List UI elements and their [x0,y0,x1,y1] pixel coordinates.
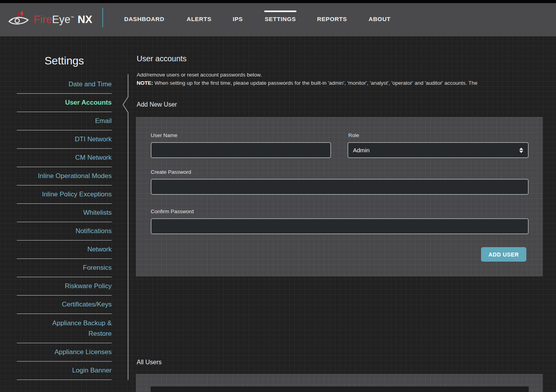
select-updown-icon [519,148,523,153]
sidebar-item-login-banner[interactable]: Login Banner [17,362,112,380]
sidebar-item-appliance-licenses[interactable]: Appliance Licenses [17,343,112,362]
sidebar-item-cm-network[interactable]: CM Network [17,149,112,167]
confirm-password-input[interactable] [151,218,529,234]
brand-logo[interactable]: FireEye™NX [8,9,93,30]
add-new-user-heading: Add New User [137,101,177,108]
top-navbar: FireEye™NX DASHBOARD ALERTS IPS SETTINGS… [0,3,556,36]
username-label: User Name [151,132,177,138]
sidebar-item-dti-network[interactable]: DTI Network [17,130,112,149]
window-top-edge [0,0,556,3]
nav-tab-ips[interactable]: IPS [233,16,243,22]
brand-eye: Eye [52,14,70,25]
note-text: When setting up for the first time, plea… [153,80,478,86]
sidebar-active-pointer [122,74,130,380]
nav-tab-alerts[interactable]: ALERTS [187,16,212,22]
brand-trademark: ™ [70,16,74,20]
sidebar-item-appliance-backup-restore[interactable]: Appliance Backup & Restore [17,314,112,343]
add-user-button[interactable]: ADD USER [481,247,526,262]
all-users-panel [136,374,543,392]
sidebar-item-inline-policy-exceptions[interactable]: Inline Policy Exceptions [17,185,112,204]
sidebar-item-user-accounts[interactable]: User Accounts [17,94,112,112]
nav-tab-dashboard[interactable]: DASHBOARD [124,16,164,22]
create-password-input[interactable] [151,179,529,195]
sidebar-item-date-and-time[interactable]: Date and Time [17,75,112,94]
all-users-heading: All Users [137,359,162,366]
nav-tab-reports[interactable]: REPORTS [317,16,347,22]
username-input[interactable] [151,142,331,158]
page-title: User accounts [137,54,187,63]
sidebar-item-forensics[interactable]: Forensics [17,259,112,277]
nav-tab-settings[interactable]: SETTINGS [265,16,296,22]
role-label: Role [348,132,359,138]
role-select[interactable]: Admin [348,142,529,158]
sidebar-title: Settings [17,55,112,67]
sidebar-item-whitelists[interactable]: Whitelists [17,204,112,222]
sidebar-item-label: Appliance Backup & Restore [34,318,112,339]
page-description: Add/remove users or reset account passwo… [137,71,478,87]
nav-tab-about[interactable]: ABOUT [369,16,390,22]
settings-menu: Date and Time User Accounts Email DTI Ne… [17,75,112,380]
sidebar-item-certificates-keys[interactable]: Certificates/Keys [17,296,112,314]
create-password-label: Create Password [151,169,191,175]
description-line: Add/remove users or reset account passwo… [137,71,478,79]
sidebar-item-email[interactable]: Email [17,112,112,130]
brand-wordmark: FireEye™NX [34,14,93,26]
note-line: NOTE: When setting up for the first time… [137,79,478,87]
fireeye-eye-icon [8,10,30,29]
sidebar-item-notifications[interactable]: Notifications [17,222,112,241]
fireeye-settings-page: FireEye™NX DASHBOARD ALERTS IPS SETTINGS… [0,0,556,392]
brand-product: NX [78,14,93,25]
add-new-user-panel: User Name Role Admin Create Password Con… [136,117,543,276]
role-selected-value: Admin [353,147,519,153]
brand-fire: Fire [34,14,52,25]
brand-divider [102,8,103,27]
sidebar-item-network[interactable]: Network [17,241,112,259]
sidebar-item-riskware-policy[interactable]: Riskware Policy [17,277,112,296]
sidebar-item-inline-operational-modes[interactable]: Inline Operational Modes [17,167,112,185]
note-label: NOTE: [137,80,153,86]
users-table-header [151,387,529,392]
confirm-password-label: Confirm Password [151,208,194,214]
